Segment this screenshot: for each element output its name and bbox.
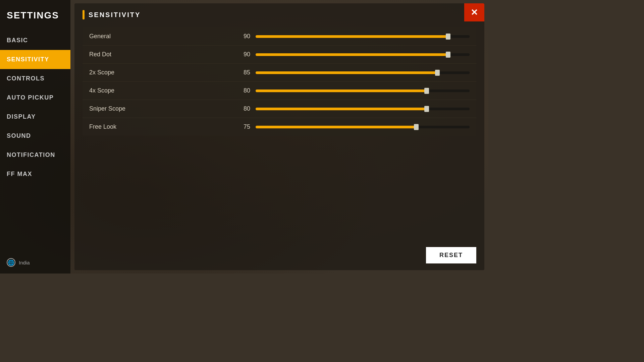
slider-label-2: 2x Scope bbox=[89, 69, 230, 76]
sidebar-item-auto_pickup[interactable]: AUTO PICKUP bbox=[0, 88, 70, 107]
sidebar-footer: 🌐 India bbox=[0, 251, 70, 274]
sidebar-item-sound[interactable]: SOUND bbox=[0, 126, 70, 145]
slider-thumb[interactable] bbox=[435, 70, 440, 76]
slider-label-4: Sniper Scope bbox=[89, 105, 230, 112]
slider-value-0: 90 bbox=[230, 33, 250, 40]
main-panel: ✕ SENSITIVITY General90Red Dot902x Scope… bbox=[74, 3, 484, 270]
slider-thumb[interactable] bbox=[446, 52, 450, 58]
section-header: SENSITIVITY bbox=[83, 10, 476, 19]
slider-thumb[interactable] bbox=[446, 34, 450, 40]
slider-label-5: Free Look bbox=[89, 123, 230, 130]
slider-row: General90 bbox=[83, 27, 476, 46]
slider-track-2[interactable] bbox=[256, 69, 470, 76]
slider-value-2: 85 bbox=[230, 69, 250, 76]
slider-row: Red Dot90 bbox=[83, 46, 476, 64]
sidebar-item-notification[interactable]: NOTIFICATION bbox=[0, 145, 70, 165]
slider-track-fill bbox=[256, 126, 416, 128]
section-accent bbox=[83, 10, 85, 19]
slider-track-fill bbox=[256, 53, 448, 56]
reset-button[interactable]: RESET bbox=[426, 247, 476, 263]
slider-value-1: 90 bbox=[230, 51, 250, 58]
close-button[interactable]: ✕ bbox=[464, 3, 484, 21]
slider-track-fill bbox=[256, 89, 427, 92]
settings-title: SETTINGS bbox=[0, 3, 70, 31]
sidebar-item-sensitivity[interactable]: SENSITIVITY bbox=[0, 50, 70, 69]
slider-label-1: Red Dot bbox=[89, 51, 230, 58]
sidebar-item-controls[interactable]: CONTROLS bbox=[0, 69, 70, 88]
section-title: SENSITIVITY bbox=[89, 11, 141, 19]
app-layout: SETTINGS BASICSENSITIVITYCONTROLSAUTO PI… bbox=[0, 0, 488, 274]
slider-label-3: 4x Scope bbox=[89, 87, 230, 94]
sidebar: SETTINGS BASICSENSITIVITYCONTROLSAUTO PI… bbox=[0, 0, 70, 274]
slider-track-3[interactable] bbox=[256, 87, 470, 94]
slider-thumb[interactable] bbox=[424, 88, 429, 94]
slider-thumb[interactable] bbox=[424, 106, 429, 112]
globe-icon: 🌐 bbox=[7, 258, 15, 267]
slider-value-4: 80 bbox=[230, 105, 250, 112]
slider-track-fill bbox=[256, 71, 437, 74]
slider-track-5[interactable] bbox=[256, 124, 470, 130]
region-label: India bbox=[19, 260, 30, 265]
slider-row: 2x Scope85 bbox=[83, 64, 476, 82]
slider-track-fill bbox=[256, 108, 427, 110]
sidebar-item-basic[interactable]: BASIC bbox=[0, 31, 70, 50]
sidebar-item-ff_max[interactable]: FF MAX bbox=[0, 165, 70, 184]
sliders-list: General90Red Dot902x Scope854x Scope80Sn… bbox=[83, 27, 476, 136]
close-icon: ✕ bbox=[471, 8, 478, 17]
slider-track-4[interactable] bbox=[256, 106, 470, 112]
slider-row: Free Look75 bbox=[83, 118, 476, 136]
slider-track-0[interactable] bbox=[256, 33, 470, 40]
slider-row: 4x Scope80 bbox=[83, 82, 476, 100]
slider-label-0: General bbox=[89, 33, 230, 40]
slider-value-5: 75 bbox=[230, 123, 250, 130]
sidebar-nav: BASICSENSITIVITYCONTROLSAUTO PICKUPDISPL… bbox=[0, 31, 70, 251]
sidebar-item-display[interactable]: DISPLAY bbox=[0, 107, 70, 126]
slider-value-3: 80 bbox=[230, 87, 250, 94]
slider-row: Sniper Scope80 bbox=[83, 100, 476, 118]
slider-track-fill bbox=[256, 35, 448, 38]
slider-track-1[interactable] bbox=[256, 51, 470, 58]
slider-thumb[interactable] bbox=[414, 124, 419, 130]
